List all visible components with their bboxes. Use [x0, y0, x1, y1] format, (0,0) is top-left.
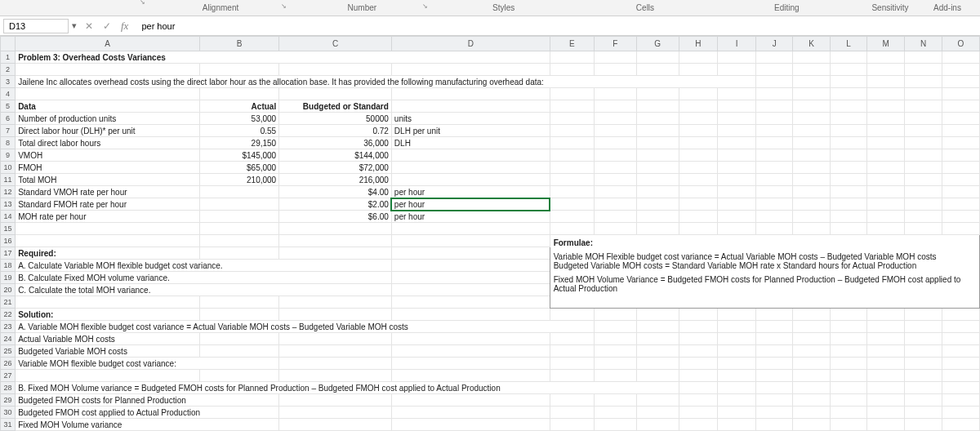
formula-input[interactable]: per hour — [136, 20, 980, 33]
ribbon-group-addins: Add-ins — [923, 3, 972, 12]
ribbon-group-cells: Cells — [574, 3, 715, 12]
dialog-launcher-icon[interactable]: ↘ — [280, 2, 288, 11]
confirm-icon[interactable]: ✓ — [100, 20, 114, 32]
ribbon-group-sensitivity: Sensitivity — [858, 3, 923, 12]
dialog-launcher-icon[interactable]: ↘ — [421, 2, 430, 11]
fx-icon[interactable]: fx — [118, 20, 131, 33]
ribbon-group-styles: Styles — [433, 3, 574, 12]
ribbon-group-editing: Editing — [716, 3, 858, 12]
ribbon-group-number: Number↘ — [292, 3, 433, 12]
cancel-icon[interactable]: ✕ — [82, 20, 96, 32]
formula-bar: D13 ▾ ✕ ✓ fx per hour — [0, 16, 980, 36]
ribbon: ↘ Alignment↘ Number↘ Styles Cells Editin… — [0, 0, 980, 16]
name-box[interactable]: D13 — [3, 19, 69, 33]
ribbon-group-alignment: Alignment↘ — [149, 3, 291, 12]
dialog-launcher-icon[interactable]: ↘ — [138, 0, 146, 7]
